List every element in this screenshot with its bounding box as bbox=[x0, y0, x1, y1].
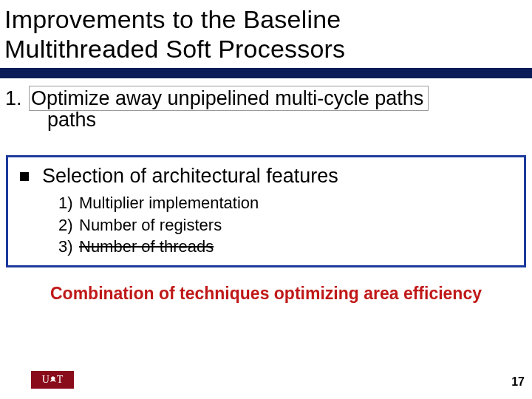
uoft-logo: U T bbox=[31, 371, 74, 389]
item-1-number: 1. bbox=[5, 87, 22, 109]
slide: Improvements to the Baseline Multithread… bbox=[0, 0, 532, 399]
list-item-number: 1) bbox=[58, 192, 79, 214]
square-bullet-icon bbox=[20, 172, 29, 181]
list-item-label: Multiplier implementation bbox=[79, 194, 259, 212]
architectural-features-block: Selection of architectural features 1)Mu… bbox=[6, 155, 526, 267]
title-underline bbox=[0, 68, 532, 78]
numbered-item-1: 1. Optimize away unpipelined multi-cycle… bbox=[0, 87, 532, 132]
list-item-number: 2) bbox=[58, 214, 79, 236]
arch-heading-text: Selection of architectural features bbox=[42, 165, 338, 188]
list-item: 1)Multiplier implementation bbox=[58, 192, 515, 214]
title-line-1: Improvements to the Baseline bbox=[4, 5, 341, 33]
list-item-number: 3) bbox=[58, 236, 79, 258]
logo-letter-t: T bbox=[57, 374, 64, 386]
combination-statement: Combination of techniques optimizing are… bbox=[10, 284, 522, 304]
page-number: 17 bbox=[511, 375, 525, 389]
list-item-label: Number of registers bbox=[79, 216, 222, 234]
list-item: 3)Number of threads bbox=[58, 236, 515, 258]
item-1-boxed-text: Optimize away unpipelined multi-cycle pa… bbox=[29, 86, 429, 111]
architectural-features-list: 1)Multiplier implementation 2)Number of … bbox=[58, 192, 515, 258]
slide-title: Improvements to the Baseline Multithread… bbox=[0, 0, 532, 68]
list-item-label: Number of threads bbox=[79, 237, 214, 256]
maple-leaf-icon bbox=[50, 376, 56, 382]
slide-title-block: Improvements to the Baseline Multithread… bbox=[0, 0, 532, 78]
item-1-trailing-text: paths bbox=[47, 109, 532, 132]
list-item: 2)Number of registers bbox=[58, 214, 515, 236]
architectural-features-heading: Selection of architectural features bbox=[20, 165, 515, 188]
title-line-2: Multithreaded Soft Processors bbox=[4, 35, 345, 63]
logo-letter-u: U bbox=[42, 374, 50, 386]
